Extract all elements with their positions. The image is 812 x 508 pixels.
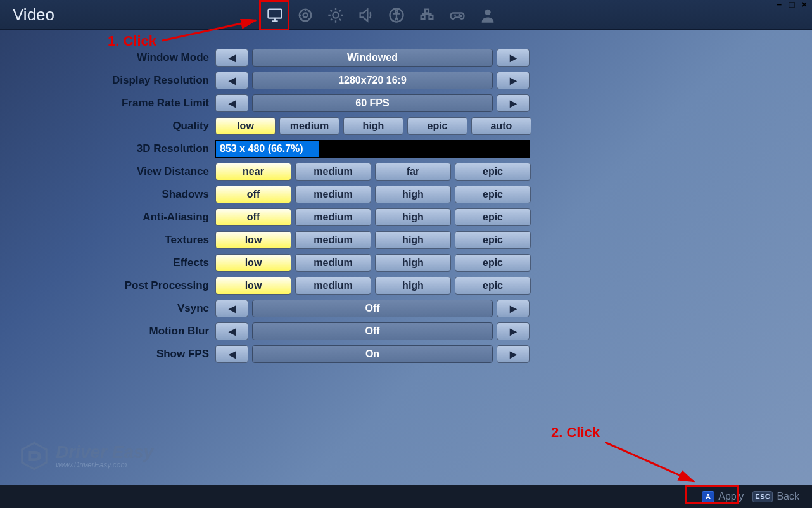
tab-input[interactable]	[412, 0, 442, 30]
back-label: Back	[777, 491, 799, 502]
back-button[interactable]: ESC Back	[752, 491, 799, 502]
option-epic[interactable]: epic	[455, 163, 531, 181]
svg-rect-7	[429, 15, 433, 19]
label-effects: Effects	[0, 257, 215, 269]
window-close-icon[interactable]: ×	[799, 0, 809, 9]
frame-rate-next-button[interactable]: ▶	[497, 94, 530, 112]
svg-marker-12	[22, 443, 46, 469]
label-shadows: Shadows	[0, 188, 215, 201]
option-epic[interactable]: epic	[407, 117, 467, 135]
frame-rate-value: 60 FPS	[252, 94, 493, 112]
option-high[interactable]: high	[375, 254, 451, 272]
display-resolution-next-button[interactable]: ▶	[497, 72, 530, 89]
option-high[interactable]: high	[343, 117, 403, 135]
settings-panel: Window Mode ◀ Windowed ▶ Display Resolut…	[0, 46, 812, 366]
option-epic[interactable]: epic	[455, 254, 531, 272]
frame-rate-prev-button[interactable]: ◀	[215, 94, 248, 112]
option-medium[interactable]: medium	[295, 254, 371, 272]
option-off[interactable]: off	[215, 208, 291, 226]
row-display-resolution: Display Resolution ◀ 1280x720 16:9 ▶	[0, 70, 812, 91]
option-medium[interactable]: medium	[295, 163, 371, 181]
label-motion-blur: Motion Blur	[0, 325, 215, 338]
option-medium[interactable]: medium	[295, 208, 371, 226]
row-frame-rate-limit: Frame Rate Limit ◀ 60 FPS ▶	[0, 92, 812, 114]
option-high[interactable]: high	[375, 186, 451, 203]
option-near[interactable]: near	[215, 163, 291, 181]
display-resolution-prev-button[interactable]: ◀	[215, 72, 248, 89]
quality-options: lowmediumhighepicauto	[215, 117, 531, 135]
row-anti-aliasing: Anti-Aliasing offmediumhighepic	[0, 206, 812, 228]
motion-blur-next-button[interactable]: ▶	[497, 322, 530, 340]
shadows-options: offmediumhighepic	[215, 186, 531, 203]
apply-label: Apply	[718, 491, 744, 502]
label-post-processing: Post Processing	[0, 279, 215, 292]
option-epic[interactable]: epic	[455, 231, 531, 249]
window-minimize-icon[interactable]: –	[774, 0, 784, 9]
option-epic[interactable]: epic	[455, 208, 531, 226]
tab-video[interactable]	[260, 0, 290, 30]
option-epic[interactable]: epic	[455, 277, 531, 295]
label-view-distance: View Distance	[0, 165, 215, 178]
anti-aliasing-options: offmediumhighepic	[215, 208, 531, 226]
option-low[interactable]: low	[215, 231, 291, 249]
label-display-resolution: Display Resolution	[0, 74, 215, 87]
option-medium[interactable]: medium	[279, 117, 339, 135]
tab-game[interactable]	[290, 0, 320, 30]
row-effects: Effects lowmediumhighepic	[0, 252, 812, 274]
label-quality: Quality	[0, 120, 215, 132]
option-far[interactable]: far	[375, 163, 451, 181]
window-controls: – □ ×	[774, 0, 809, 9]
settings-tab-strip	[260, 0, 503, 30]
row-vsync: Vsync ◀ Off ▶	[0, 298, 812, 319]
window-titlebar: Video – □ ×	[0, 0, 812, 30]
brand-watermark: Driver Easy www.DriverEasy.com	[19, 441, 153, 471]
vsync-next-button[interactable]: ▶	[497, 300, 530, 317]
annotation-arrow-2	[605, 442, 706, 486]
option-low[interactable]: low	[215, 117, 276, 135]
row-show-fps: Show FPS ◀ On ▶	[0, 343, 812, 365]
window-mode-prev-button[interactable]: ◀	[215, 49, 248, 67]
page-title: Video	[0, 0, 67, 29]
row-post-processing: Post Processing lowmediumhighepic	[0, 275, 812, 296]
row-3d-resolution: 3D Resolution 853 x 480 (66.7%)	[0, 138, 812, 160]
show-fps-prev-button[interactable]: ◀	[215, 345, 248, 363]
option-high[interactable]: high	[375, 277, 451, 295]
option-epic[interactable]: epic	[455, 186, 531, 203]
window-mode-value: Windowed	[252, 49, 493, 67]
option-off[interactable]: off	[215, 186, 291, 203]
tab-controller[interactable]	[442, 0, 473, 30]
tab-audio[interactable]	[351, 0, 381, 30]
row-quality: Quality lowmediumhighepicauto	[0, 115, 812, 137]
option-medium[interactable]: medium	[295, 277, 371, 295]
svg-point-3	[333, 12, 338, 18]
label-3d-resolution: 3D Resolution	[0, 143, 215, 155]
option-low[interactable]: low	[215, 254, 291, 272]
window-maximize-icon[interactable]: □	[787, 0, 797, 9]
tab-accessibility[interactable]	[381, 0, 412, 30]
view-distance-options: nearmediumfarepic	[215, 163, 531, 181]
motion-blur-prev-button[interactable]: ◀	[215, 322, 248, 340]
tab-brightness[interactable]	[320, 0, 351, 30]
show-fps-value: On	[252, 345, 493, 363]
apply-button[interactable]: A Apply	[702, 491, 744, 502]
show-fps-next-button[interactable]: ▶	[497, 345, 530, 363]
window-mode-next-button[interactable]: ▶	[497, 49, 530, 67]
vsync-prev-button[interactable]: ◀	[215, 300, 248, 317]
option-auto[interactable]: auto	[471, 117, 531, 135]
label-vsync: Vsync	[0, 302, 215, 315]
option-medium[interactable]: medium	[295, 186, 371, 203]
vsync-value: Off	[252, 300, 493, 317]
svg-point-5	[395, 10, 398, 13]
annotation-step-2: 2. Click	[551, 424, 600, 441]
motion-blur-value: Off	[252, 322, 493, 340]
svg-point-11	[485, 10, 490, 15]
svg-point-10	[460, 15, 462, 16]
option-high[interactable]: high	[375, 208, 451, 226]
option-low[interactable]: low	[215, 277, 291, 295]
option-medium[interactable]: medium	[295, 231, 371, 249]
row-window-mode: Window Mode ◀ Windowed ▶	[0, 47, 812, 68]
tab-account[interactable]	[473, 0, 503, 30]
option-high[interactable]: high	[375, 231, 451, 249]
3d-resolution-slider[interactable]: 853 x 480 (66.7%)	[215, 140, 530, 158]
key-hint-a: A	[702, 491, 714, 502]
